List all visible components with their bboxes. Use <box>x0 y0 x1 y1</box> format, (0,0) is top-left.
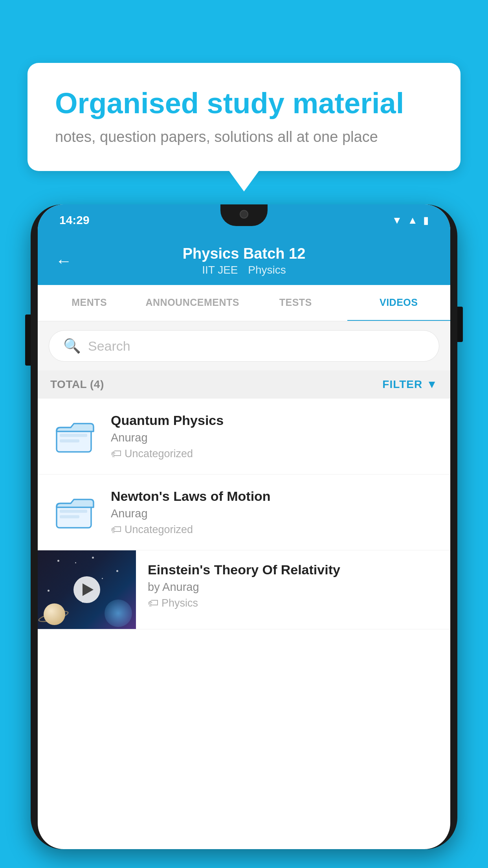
phone-inner: 14:29 ▼ ▲ ▮ ← Physics Batch 12 IIT JEE P… <box>38 204 450 849</box>
glow <box>105 600 132 627</box>
header-text: Physics Batch 12 IIT JEE Physics <box>183 245 306 276</box>
item-info: Einstein's Theory Of Relativity by Anura… <box>136 550 450 617</box>
planet <box>44 603 65 625</box>
camera <box>240 210 248 219</box>
tag-icon: 🏷 <box>111 523 121 536</box>
bubble-title: Organised study material <box>55 86 433 120</box>
svg-rect-2 <box>60 439 79 442</box>
filter-label: FILTER <box>382 378 422 391</box>
signal-icon: ▲ <box>407 214 418 226</box>
item-author: by Anurag <box>148 581 438 594</box>
folder-icon <box>54 415 97 458</box>
play-triangle-icon <box>83 583 94 596</box>
svg-rect-5 <box>60 515 79 518</box>
tab-ments[interactable]: MENTS <box>38 285 141 321</box>
filter-icon: ▼ <box>426 378 438 391</box>
phone-outer: 14:29 ▼ ▲ ▮ ← Physics Batch 12 IIT JEE P… <box>31 204 457 849</box>
svg-rect-4 <box>60 509 87 513</box>
wifi-icon: ▼ <box>392 214 402 226</box>
filter-bar: TOTAL (4) FILTER ▼ <box>38 370 450 399</box>
search-input[interactable]: Search <box>88 338 130 354</box>
search-bar[interactable]: 🔍 Search <box>49 330 439 362</box>
item-title: Newton's Laws of Motion <box>111 489 436 504</box>
item-author: Anurag <box>111 507 436 520</box>
status-time: 14:29 <box>59 213 90 227</box>
item-thumb <box>52 489 99 536</box>
item-tag: 🏷 Uncategorized <box>111 523 436 536</box>
item-tag: 🏷 Physics <box>148 597 438 609</box>
notch <box>220 204 268 226</box>
battery-icon: ▮ <box>423 214 429 226</box>
video-list: Quantum Physics Anurag 🏷 Uncategorized <box>38 399 450 629</box>
phone-mockup: 14:29 ▼ ▲ ▮ ← Physics Batch 12 IIT JEE P… <box>31 204 457 868</box>
tab-announcements[interactable]: ANNOUNCEMENTS <box>141 285 244 321</box>
header-subtitle: IIT JEE Physics <box>183 264 306 276</box>
folder-icon <box>54 491 97 534</box>
search-container: 🔍 Search <box>38 322 450 370</box>
tab-tests[interactable]: TESTS <box>244 285 347 321</box>
tab-videos[interactable]: VIDEOS <box>347 285 451 322</box>
search-icon: 🔍 <box>63 338 81 354</box>
list-item[interactable]: Einstein's Theory Of Relativity by Anura… <box>38 550 450 629</box>
header-title: Physics Batch 12 <box>183 245 306 262</box>
tabs-bar: MENTS ANNOUNCEMENTS TESTS VIDEOS <box>38 285 450 322</box>
list-item[interactable]: Quantum Physics Anurag 🏷 Uncategorized <box>38 399 450 474</box>
item-info: Quantum Physics Anurag 🏷 Uncategorized <box>111 413 436 460</box>
item-author: Anurag <box>111 431 436 444</box>
tag-label: Physics <box>161 597 198 609</box>
item-tag: 🏷 Uncategorized <box>111 447 436 460</box>
app-header: ← Physics Batch 12 IIT JEE Physics <box>38 236 450 285</box>
list-item[interactable]: Newton's Laws of Motion Anurag 🏷 Uncateg… <box>38 474 450 550</box>
item-title: Quantum Physics <box>111 413 436 428</box>
status-icons: ▼ ▲ ▮ <box>392 214 429 226</box>
item-thumb <box>52 413 99 460</box>
svg-rect-1 <box>60 434 87 437</box>
tag-label: Uncategorized <box>125 524 193 536</box>
video-thumbnail <box>38 550 136 629</box>
subtitle-iitjee: IIT JEE <box>202 264 238 276</box>
item-info: Newton's Laws of Motion Anurag 🏷 Uncateg… <box>111 489 436 536</box>
filter-button[interactable]: FILTER ▼ <box>382 378 438 391</box>
subtitle-physics: Physics <box>248 264 286 276</box>
back-button[interactable]: ← <box>55 252 72 270</box>
total-count: TOTAL (4) <box>50 378 104 391</box>
status-bar: 14:29 ▼ ▲ ▮ <box>38 204 450 236</box>
tag-label: Uncategorized <box>125 448 193 460</box>
tag-icon: 🏷 <box>111 447 121 460</box>
tag-icon: 🏷 <box>148 597 158 609</box>
bubble-subtitle: notes, question papers, solutions all at… <box>55 129 433 145</box>
play-button[interactable] <box>73 576 100 603</box>
item-title: Einstein's Theory Of Relativity <box>148 562 438 577</box>
speech-bubble: Organised study material notes, question… <box>28 63 460 171</box>
